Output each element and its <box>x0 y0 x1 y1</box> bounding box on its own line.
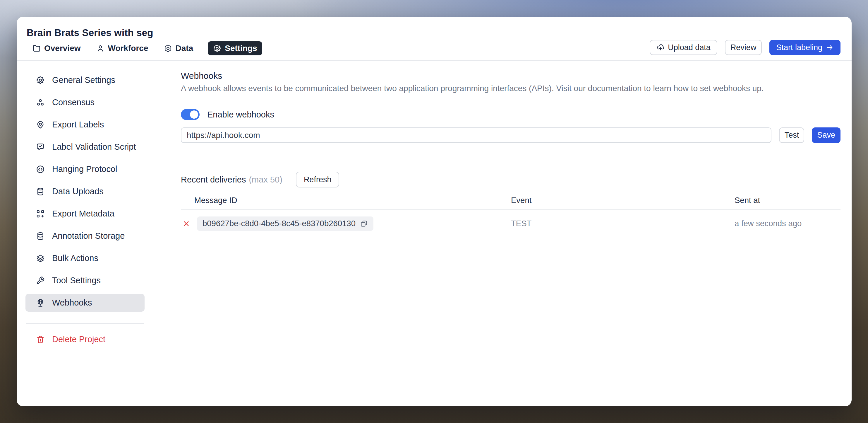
tab-workforce[interactable]: Workforce <box>95 41 149 55</box>
blocks-icon <box>36 209 45 219</box>
sidebar-item-hanging-protocol[interactable]: Hanging Protocol <box>26 160 145 178</box>
layers-icon <box>36 254 45 263</box>
sidebar-item-label: General Settings <box>52 75 115 85</box>
tab-label: Overview <box>44 44 81 53</box>
deliveries-table-header: Message ID Event Sent at <box>181 196 840 210</box>
sidebar-item-label: Webhooks <box>52 298 92 308</box>
sidebar-item-export-metadata[interactable]: Export Metadata <box>26 205 145 223</box>
person-icon <box>96 44 105 53</box>
copy-icon[interactable] <box>360 220 368 228</box>
save-button[interactable]: Save <box>812 128 840 143</box>
section-title: Webhooks <box>181 71 840 81</box>
webhook-url-input[interactable] <box>181 128 771 143</box>
sidebar-item-export-labels[interactable]: Export Labels <box>26 116 145 134</box>
globe-stand-icon <box>36 298 45 308</box>
sidebar-item-label: Export Labels <box>52 120 104 130</box>
tab-overview[interactable]: Overview <box>32 41 81 55</box>
message-id-cell: b09627be-c8d0-4be5-8c45-e8370b260130 <box>181 217 511 231</box>
nodes-icon <box>36 98 45 107</box>
sidebar-item-annotation-storage[interactable]: Annotation Storage <box>26 227 145 245</box>
recent-deliveries-limit: (max 50) <box>249 175 282 185</box>
sidebar-item-tool-settings[interactable]: Tool Settings <box>26 272 145 289</box>
test-label: Test <box>784 131 799 140</box>
enable-webhooks-toggle[interactable] <box>181 109 199 120</box>
sidebar-item-data-uploads[interactable]: Data Uploads <box>26 182 145 200</box>
chat-check-icon <box>36 142 45 152</box>
sidebar-item-delete-project[interactable]: Delete Project <box>26 331 145 348</box>
webhooks-panel: Webhooks A webhook allows events to be c… <box>181 17 840 237</box>
page-title: Brain Brats Series with seg <box>27 27 153 38</box>
failed-status-x-icon <box>183 220 190 227</box>
refresh-label: Refresh <box>304 175 332 184</box>
sidebar-item-label: Data Uploads <box>52 187 103 196</box>
sidebar-item-label: Consensus <box>52 97 95 107</box>
wrench-icon <box>36 276 45 285</box>
sent-at-cell: a few seconds ago <box>735 219 840 228</box>
tab-label: Workforce <box>108 44 148 53</box>
webhook-url-row: Test Save <box>181 128 840 143</box>
enable-webhooks-label: Enable webhooks <box>207 110 274 119</box>
gear-icon <box>36 76 45 85</box>
toggle-knob <box>190 110 198 119</box>
hexagon-data-icon <box>163 44 173 53</box>
sidebar-item-webhooks[interactable]: Webhooks <box>26 294 145 312</box>
column-header-sent-at: Sent at <box>735 196 840 205</box>
sidebar-item-label: Label Validation Script <box>52 142 136 152</box>
message-id-badge[interactable]: b09627be-c8d0-4be5-8c45-e8370b260130 <box>197 217 373 231</box>
sidebar-item-label: Hanging Protocol <box>52 164 117 174</box>
sidebar-item-label-validation-script[interactable]: Label Validation Script <box>26 138 145 156</box>
sidebar-item-label: Annotation Storage <box>52 231 125 241</box>
deliveries-table: Message ID Event Sent at b09627be-c8d0-4… <box>181 196 840 237</box>
table-row: b09627be-c8d0-4be5-8c45-e8370b260130 TES… <box>181 210 840 237</box>
event-cell: TEST <box>511 219 735 228</box>
save-label: Save <box>817 131 835 140</box>
pin-icon <box>36 120 45 130</box>
recent-deliveries-title: Recent deliveries <box>181 175 246 185</box>
recent-deliveries-header: Recent deliveries (max 50) Refresh <box>181 172 840 188</box>
sidebar-item-bulk-actions[interactable]: Bulk Actions <box>26 249 145 267</box>
code-circle-icon <box>36 165 45 174</box>
folder-icon <box>32 44 41 53</box>
delete-project-label: Delete Project <box>52 335 105 344</box>
section-description: A webhook allows events to be communicat… <box>181 84 840 93</box>
sidebar-item-general-settings[interactable]: General Settings <box>26 71 145 89</box>
database-icon <box>36 231 45 241</box>
sidebar-item-consensus[interactable]: Consensus <box>26 93 145 111</box>
test-button[interactable]: Test <box>779 128 804 143</box>
refresh-button[interactable]: Refresh <box>296 172 339 188</box>
database-icon <box>36 187 45 196</box>
sidebar-item-label: Bulk Actions <box>52 253 98 263</box>
enable-webhooks-row: Enable webhooks <box>181 109 840 120</box>
settings-sidebar: General Settings Consensus Export Labels… <box>26 71 145 353</box>
column-header-message-id: Message ID <box>181 196 511 205</box>
trash-icon <box>36 335 45 344</box>
column-header-event: Event <box>511 196 735 205</box>
sidebar-item-label: Export Metadata <box>52 209 115 219</box>
message-id-value: b09627be-c8d0-4be5-8c45-e8370b260130 <box>203 219 355 228</box>
sidebar-divider <box>26 323 144 324</box>
sidebar-item-label: Tool Settings <box>52 276 101 285</box>
app-window: Brain Brats Series with seg Overview Wor… <box>17 17 851 406</box>
